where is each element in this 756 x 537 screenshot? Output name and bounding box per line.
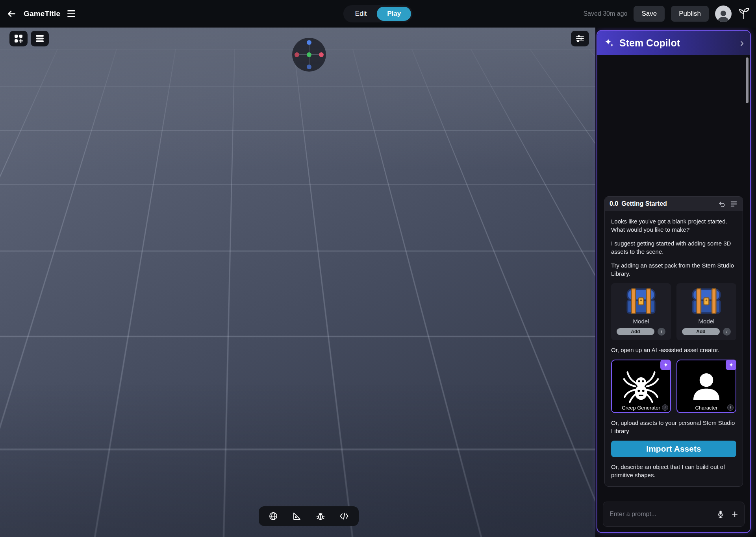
save-button[interactable]: Save [634, 6, 665, 22]
saved-status: Saved 30m ago [583, 10, 627, 17]
add-object-icon [14, 34, 23, 43]
mic-button[interactable] [717, 510, 724, 519]
set-square-icon [292, 511, 302, 521]
primitive-text: Or, describe an object that I can build … [611, 463, 736, 479]
sparkle-icon [604, 37, 615, 48]
add-asset-button[interactable]: Add [617, 328, 654, 335]
prompt-input[interactable] [610, 511, 717, 518]
viewport-settings-button[interactable] [571, 31, 589, 46]
chevron-right-icon: › [740, 37, 744, 49]
play-mode-button[interactable]: Play [377, 7, 411, 21]
edit-play-toggle: Edit Play [343, 5, 413, 22]
message-card-header: 0.0 Getting Started [605, 197, 743, 211]
plus-icon: + [732, 508, 738, 520]
regenerate-button[interactable] [717, 199, 726, 208]
viewport-bottom-toolbar [259, 506, 359, 526]
code-button[interactable] [339, 511, 349, 521]
message-card-body: Looks like you've got a blank project st… [605, 211, 743, 486]
viewport-3d[interactable] [0, 28, 595, 537]
sprout-logo-icon [738, 7, 750, 20]
add-object-button[interactable] [9, 31, 28, 46]
info-icon[interactable]: i [662, 404, 668, 411]
edit-mode-button[interactable]: Edit [345, 7, 377, 21]
collapse-panel-button[interactable]: › [740, 37, 744, 48]
code-icon [339, 511, 349, 521]
treasure-chest-icon [690, 287, 723, 316]
debug-button[interactable] [315, 511, 326, 521]
gizmo-axis-dot-bottom [307, 65, 311, 69]
layers-icon [35, 34, 44, 43]
view-gizmo[interactable] [292, 38, 326, 72]
spider-icon [622, 368, 660, 404]
asset-pack-row: Model Add i Model Add i [611, 283, 736, 340]
copilot-message-card: 0.0 Getting Started Looks like you've go… [604, 196, 743, 487]
import-assets-button[interactable]: Import Assets [611, 441, 736, 457]
menu-button[interactable] [67, 10, 75, 17]
prompt-bar: + [603, 502, 745, 527]
sliders-icon [576, 34, 584, 43]
avatar[interactable] [715, 6, 732, 22]
ai-creator-row: Creep Generator i Character i [611, 360, 736, 413]
list-icon [730, 200, 737, 208]
asset-pack-card[interactable]: Model Add i [676, 283, 736, 340]
ai-sparkle-badge-icon [660, 360, 671, 370]
info-icon[interactable]: i [727, 404, 734, 411]
bug-icon [316, 511, 325, 521]
asset-pack-label: Model [699, 318, 715, 325]
measure-button[interactable] [292, 511, 302, 521]
gizmo-axis-dot-top [307, 40, 311, 45]
message-options-button[interactable] [729, 199, 738, 208]
user-icon [716, 9, 730, 22]
person-icon [687, 368, 725, 404]
topbar: GameTitle Edit Play Saved 30m ago Save P… [0, 0, 756, 28]
back-button[interactable] [6, 9, 17, 19]
upload-text: Or, upload assets to your personal Stem … [611, 419, 736, 435]
info-icon[interactable]: i [658, 328, 665, 336]
ai-creator-text: Or, open up an AI -assisted asset creato… [611, 346, 736, 354]
asset-pack-card[interactable]: Model Add i [611, 283, 671, 340]
microphone-icon [717, 510, 724, 519]
section-number: 0.0 [610, 200, 618, 207]
ai-sparkle-badge-icon [726, 360, 736, 370]
info-icon[interactable]: i [723, 328, 731, 336]
copilot-panel: Stem Copilot › 0.0 Getting Started [597, 30, 751, 533]
layers-button[interactable] [31, 31, 49, 46]
copilot-title: Stem Copilot [619, 37, 736, 49]
scrollbar-thumb[interactable] [746, 57, 749, 103]
creep-generator-card[interactable]: Creep Generator i [611, 360, 671, 413]
section-title: Getting Started [621, 200, 714, 207]
globe-icon [269, 511, 278, 521]
copilot-header: Stem Copilot › [597, 31, 750, 55]
gizmo-axis-dot-center [307, 52, 311, 57]
character-creator-card[interactable]: Character i [676, 360, 736, 413]
add-attachment-button[interactable]: + [732, 509, 738, 520]
page-title: GameTitle [24, 9, 60, 18]
creep-generator-label: Creep Generator [612, 405, 670, 411]
hamburger-icon [67, 10, 75, 17]
copilot-chat-area: 0.0 Getting Started Looks like you've go… [597, 55, 750, 498]
character-label: Character [677, 405, 736, 411]
intro-paragraph-1: Looks like you've got a blank project st… [611, 217, 736, 234]
asset-pack-label: Model [633, 318, 649, 325]
undo-icon [718, 200, 726, 208]
intro-paragraph-3: Try adding an asset pack from the Stem S… [611, 261, 736, 278]
horizon-fade [0, 28, 595, 537]
gizmo-axis-dot-left [295, 52, 299, 57]
gizmo-axis-dot-right [319, 52, 324, 57]
add-asset-button[interactable]: Add [682, 328, 720, 335]
treasure-chest-icon [625, 287, 657, 316]
back-arrow-icon [6, 9, 17, 19]
publish-button[interactable]: Publish [671, 6, 709, 22]
world-button[interactable] [268, 511, 278, 521]
intro-paragraph-2: I suggest getting started with adding so… [611, 239, 736, 256]
